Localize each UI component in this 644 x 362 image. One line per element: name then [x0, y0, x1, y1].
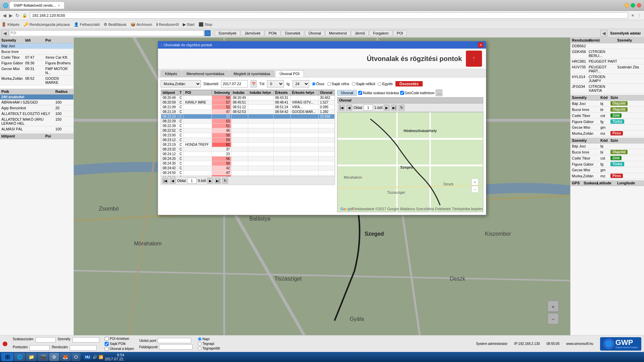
vehicle-row-jfg034[interactable]: JFG034CITROEN XANTIA	[571, 84, 644, 94]
right-refresh-table-btn[interactable]: ↻	[398, 105, 405, 111]
vehicle-row-hyl014[interactable]: HYL014CITROEN JUMPY	[571, 74, 644, 84]
refresh-table-btn[interactable]: ↻	[222, 178, 228, 184]
poi-erintései-label[interactable]: POI érintései	[105, 337, 134, 341]
route-row-7[interactable]: 08:22:52 C 46	[161, 128, 335, 133]
browser-tab[interactable]: GWP flottakövető rends... ×	[10, 2, 64, 9]
utvonal-btn[interactable]: Útvonal	[337, 90, 357, 96]
geocode-checkbox[interactable]	[400, 91, 404, 95]
route-row-3[interactable]: 08:21:19 C 47 08:52:53 08:54:42 GOODS MA…	[161, 110, 335, 114]
taskbar-opera-icon[interactable]: O	[71, 353, 80, 361]
person-row-baji[interactable]: Báji Joci	[0, 43, 73, 49]
poi-search-btn[interactable]: →	[205, 30, 211, 36]
route-row-13[interactable]: 08:24:20 C 56	[161, 157, 335, 161]
tab-jarmu[interactable]: Jármű	[351, 30, 369, 36]
person-color-figura[interactable]: Figura GáborfgTürkiz	[571, 119, 644, 125]
route-row-6[interactable]: 08:22:39 C 51	[161, 124, 335, 128]
modal-tab-menetrend[interactable]: Menetrend nyomtatása	[182, 70, 229, 77]
tab-utvonal[interactable]: Útvonal	[305, 30, 325, 36]
utolso-pont-input[interactable]	[158, 338, 191, 343]
refresh-btn[interactable]: ↻	[15, 13, 19, 18]
poi-item-abraham[interactable]: ÁBRAHÁM I SZEGED100	[0, 100, 73, 105]
taskbar-explorer-icon[interactable]: 📁	[26, 353, 37, 361]
tegnapelott-radio[interactable]	[198, 347, 202, 350]
toolbar-rendszerrol[interactable]: ℹ Rendszerről	[156, 22, 179, 27]
route-row-9[interactable]: 08:23:12 C 59	[161, 138, 335, 142]
modal-mini-map[interactable]: Hódmezővásárhely Szeged Mórahalom Deszk …	[337, 112, 483, 212]
napi-radio[interactable]	[198, 337, 202, 341]
right-sec-back-btn[interactable]: ◀	[600, 30, 607, 37]
radio-sajatcela-label[interactable]: Saját célra	[327, 82, 349, 86]
utvonal-kepben-label[interactable]: Útvonal a képen	[105, 347, 134, 351]
taskbar-ie-icon[interactable]: 🌐	[14, 353, 25, 361]
route-table-scroll[interactable]: Időpont T POI Sebesség Indulás Indulás h…	[161, 89, 335, 177]
pontszam-input[interactable]	[30, 345, 50, 351]
right-last-page-btn[interactable]: ▶|	[391, 105, 397, 111]
prev-page-btn[interactable]: ◀	[170, 178, 176, 184]
tegnapi-radio[interactable]	[198, 342, 202, 346]
person-color2-murka[interactable]: Murka,ZoltánmzPiros	[571, 173, 644, 179]
utvonal-kepben-cb[interactable]	[105, 347, 109, 351]
forward-btn[interactable]: ▶	[9, 13, 13, 18]
szakaszszam-input[interactable]	[36, 337, 56, 343]
modal-close-btn[interactable]: ✕	[478, 42, 483, 48]
tab-poik[interactable]: POIk	[265, 30, 280, 36]
menu-dots-btn[interactable]: …	[436, 89, 442, 96]
person-row-bucsi[interactable]: Bucsi Imre	[0, 49, 73, 55]
sec-back-btn[interactable]: ◀	[1, 30, 8, 37]
tab-close-btn[interactable]: ×	[58, 3, 60, 7]
szemely-input[interactable]	[72, 337, 99, 343]
toolbar-archivum[interactable]: 📦 Archívum	[130, 22, 152, 27]
route-row-12[interactable]: 08:24:12 C 23	[161, 152, 335, 157]
tegnapi-label[interactable]: Tegnapi	[198, 342, 220, 346]
person-color2-cseki[interactable]: Cséki TiborcstZöld	[571, 155, 644, 161]
right-prev-page-btn[interactable]: ◀	[346, 105, 352, 111]
toolbar-kilepés[interactable]: 🚪 Kilépés	[1, 22, 19, 27]
taskbar-chrome-icon[interactable]: ⚙	[49, 353, 59, 361]
route-row-0[interactable]: 08:20:49 C 54 08:20:49 08:43:31 30.662	[161, 96, 335, 100]
route-row-2[interactable]: 08:21:09 C 52 08:51:12 08:51:24 VIRÁ... …	[161, 105, 335, 110]
person-color-murka[interactable]: Murka,ZoltánmzPiros	[571, 130, 644, 136]
radio-sajatnelkul[interactable]	[352, 82, 356, 86]
page-input[interactable]	[187, 178, 197, 184]
person-color-cseki[interactable]: Cséki TiborcstZöld	[571, 113, 644, 119]
address-input[interactable]	[30, 12, 628, 19]
person-row-figura[interactable]: Figura Gábor 09:36 Figura Brothers	[0, 60, 73, 66]
radio-egyeb-label[interactable]: Egyéb	[378, 82, 392, 86]
window-maximize-btn[interactable]	[631, 3, 635, 8]
person-color2-bucsi[interactable]: Bucsi ImrebiOlajzöld	[571, 149, 644, 155]
last-page-btn[interactable]: ▶|	[215, 178, 221, 184]
right-first-page-btn[interactable]: |◀	[339, 105, 345, 111]
route-row-5[interactable]: 08:22:29 C 53	[161, 119, 335, 124]
radio-sajatcela[interactable]	[327, 82, 331, 86]
radio-sajatnelkul-label[interactable]: Saját nélkül	[352, 82, 375, 86]
person-row-murka[interactable]: Murka,Zoltán 08:52 GOODS MARKE	[0, 76, 73, 85]
radio-ossz-label[interactable]: Össz	[312, 82, 325, 86]
napi-label[interactable]: Napi	[198, 337, 220, 341]
route-row-14[interactable]: 08:24:30 C 59	[161, 161, 335, 166]
tab-uzenetek[interactable]: Üzenetek	[281, 30, 304, 36]
tegnapelott-label[interactable]: Tegnapelőtt	[198, 347, 220, 350]
modal-tab-kilepés[interactable]: Kilépés	[161, 70, 181, 77]
route-row-11[interactable]: 08:23:32 C 37	[161, 147, 335, 152]
route-row-10[interactable]: 08:23:19 C HONDA TREFF 62	[161, 142, 335, 147]
tab-menetrend[interactable]: Menetrend	[325, 30, 351, 36]
vehicle-row-huv735[interactable]: HUV735PEUGEOT PART...Szatmári Zita	[571, 64, 644, 74]
toolbar-rendszergazda[interactable]: 🔑 Rendszergazda jelszava	[23, 22, 70, 27]
radio-ossz[interactable]	[312, 82, 316, 86]
route-row-4[interactable]: 08:22:19 C 33 33.566	[161, 114, 335, 119]
toolbar-stop[interactable]: ⬛ Stop	[199, 22, 212, 27]
person-row-gecse[interactable]: Gecse Misi 09:31 FMP MOTOR N...	[0, 66, 73, 76]
tab-poi[interactable]: POI	[393, 30, 407, 36]
person-color2-gecse[interactable]: Gecse Misigm	[571, 167, 644, 173]
sajat-poik-label[interactable]: Saját POIk	[105, 342, 134, 346]
person-color2-figura[interactable]: Figura GáborfgTürkiz	[571, 161, 644, 167]
datum-tol-input[interactable]	[221, 80, 248, 87]
poi-search-input[interactable]	[9, 30, 204, 36]
modal-tab-poi[interactable]: Útvonal POI	[275, 70, 304, 77]
nullas-checkbox-label[interactable]: Nullás szakasz kizárása	[358, 91, 399, 95]
modal-tab-megtett[interactable]: Megtett út nyomtatása	[229, 70, 275, 77]
vehicle-row-gdk456[interactable]: GDK456CITROEN BERLI...	[571, 49, 644, 59]
right-next-page-btn[interactable]: ▶	[384, 105, 390, 111]
vehicle-row-hrc881[interactable]: HRC881PEUGEOT PART	[571, 59, 644, 64]
poi-item-agip[interactable]: Agip Benzinkút20	[0, 105, 73, 111]
